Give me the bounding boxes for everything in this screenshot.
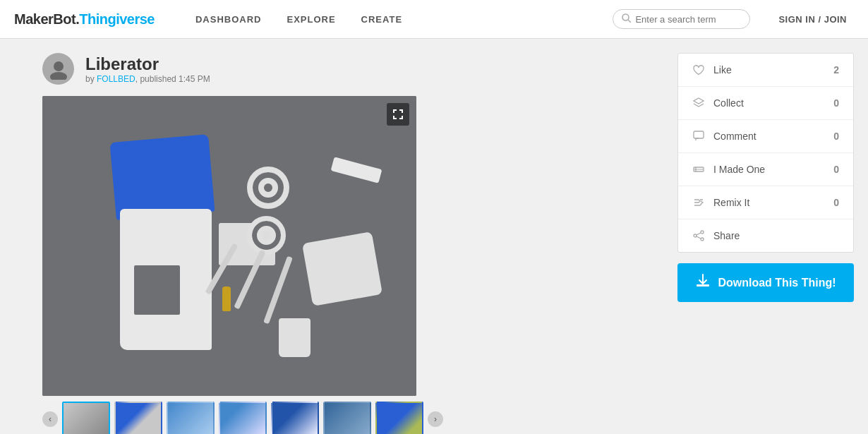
thumbnail-1[interactable]: [62, 402, 110, 434]
next-thumb-button[interactable]: ›: [428, 411, 443, 427]
remix-action[interactable]: Remix It 0: [678, 186, 853, 219]
main-content: Liberator by FOLLBED, published 1:45 PM: [0, 39, 868, 434]
thing-title: Liberator: [85, 54, 210, 74]
search-icon: [622, 13, 631, 25]
by-label: by: [85, 74, 95, 84]
collect-action[interactable]: Collect 0: [678, 87, 853, 120]
svg-rect-14: [697, 284, 709, 287]
made-one-count: 0: [825, 164, 839, 175]
signin-button[interactable]: SIGN IN / JOIN: [771, 14, 854, 25]
comment-action[interactable]: Comment 0: [678, 120, 853, 153]
made-one-action[interactable]: I Made One 0: [678, 153, 853, 186]
remix-icon: [692, 196, 705, 209]
share-action[interactable]: Share: [678, 219, 853, 252]
published-label: published 1:45 PM: [140, 74, 210, 84]
content-area: Liberator by FOLLBED, published 1:45 PM: [0, 39, 677, 434]
svg-marker-4: [694, 98, 704, 104]
svg-rect-5: [694, 131, 704, 138]
part-cup: [279, 318, 311, 357]
layers-icon: [692, 97, 705, 109]
thing-meta: by FOLLBED, published 1:45 PM: [85, 74, 210, 84]
comment-label: Comment: [713, 131, 816, 142]
part-spiral1: [247, 167, 289, 209]
thumbnail-2[interactable]: [114, 402, 162, 434]
part-white-main: [120, 209, 212, 350]
part-small1: [331, 157, 382, 183]
main-image: [42, 96, 416, 396]
download-label: Download This Thing!: [718, 277, 836, 289]
svg-point-0: [622, 14, 629, 20]
made-one-label: I Made One: [713, 164, 816, 175]
action-panel: Like 2 Collect 0: [677, 53, 854, 253]
like-count: 2: [825, 64, 839, 76]
search-box: [613, 9, 750, 29]
logo-makerbot: MakerBot.: [14, 11, 79, 28]
svg-point-10: [701, 238, 704, 241]
wrench-icon: [692, 163, 705, 176]
collect-label: Collect: [713, 97, 816, 109]
thumbnail-6[interactable]: [323, 402, 371, 434]
nav-dashboard[interactable]: DASHBOARD: [183, 0, 275, 39]
collect-count: 0: [825, 97, 839, 109]
logo[interactable]: MakerBot. Thingiverse: [14, 11, 155, 28]
comment-count: 0: [825, 131, 839, 142]
share-label: Share: [713, 230, 816, 241]
thumbnail-7[interactable]: [375, 402, 423, 434]
search-input[interactable]: [635, 14, 741, 25]
download-icon: [695, 273, 711, 292]
svg-point-9: [701, 231, 704, 234]
thumbnail-3[interactable]: [167, 402, 215, 434]
remix-label: Remix It: [713, 197, 816, 208]
thumbnails-container: [62, 402, 423, 434]
thumbnail-5[interactable]: [271, 402, 319, 434]
remix-count: 0: [825, 197, 839, 208]
svg-line-12: [697, 233, 701, 235]
svg-point-11: [694, 234, 697, 237]
svg-line-13: [697, 236, 701, 239]
part-small2: [302, 231, 382, 306]
thumbnails-row: ‹ ›: [42, 402, 663, 434]
expand-button[interactable]: [387, 103, 409, 126]
nav: DASHBOARD EXPLORE CREATE: [183, 0, 415, 39]
header: MakerBot. Thingiverse DASHBOARD EXPLORE …: [0, 0, 868, 39]
part-bullet: [222, 287, 231, 311]
thing-header: Liberator by FOLLBED, published 1:45 PM: [42, 53, 663, 85]
svg-point-3: [50, 72, 67, 80]
nav-explore[interactable]: EXPLORE: [274, 0, 348, 39]
svg-point-2: [54, 61, 64, 71]
svg-line-1: [628, 20, 631, 23]
thing-title-block: Liberator by FOLLBED, published 1:45 PM: [85, 54, 210, 84]
sidebar: Like 2 Collect 0: [677, 39, 868, 434]
share-icon: [692, 229, 705, 242]
author-link[interactable]: FOLLBED: [97, 74, 135, 84]
avatar: [42, 53, 74, 85]
nav-create[interactable]: CREATE: [349, 0, 415, 39]
like-label: Like: [713, 64, 816, 76]
comment-icon: [692, 130, 705, 143]
part-spiral2: [247, 216, 286, 255]
logo-thingiverse: Thingiverse: [79, 11, 155, 28]
heart-icon: [692, 64, 705, 76]
prev-thumb-button[interactable]: ‹: [42, 411, 58, 427]
image-viewer: [42, 96, 416, 396]
download-button[interactable]: Download This Thing!: [677, 263, 854, 302]
part-blue: [109, 134, 215, 220]
thumbnail-4[interactable]: [219, 402, 267, 434]
part-rod3: [263, 256, 293, 325]
like-action[interactable]: Like 2: [678, 54, 853, 87]
